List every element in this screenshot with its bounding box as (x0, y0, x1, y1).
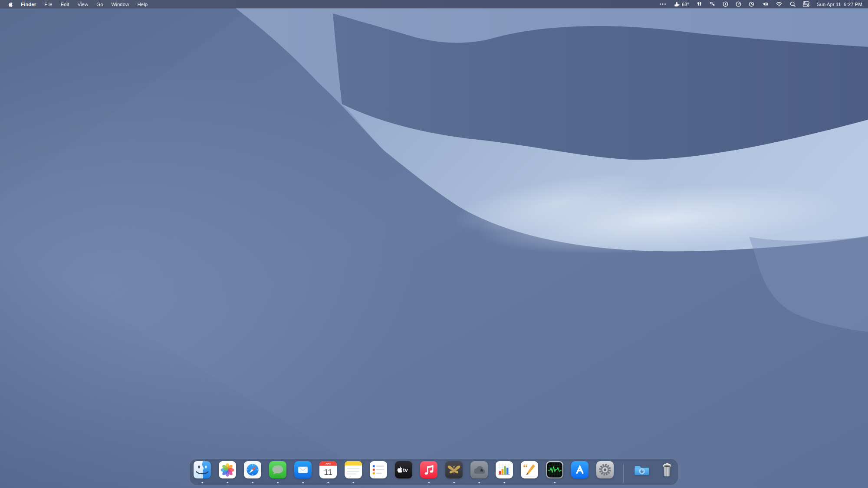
running-indicator (252, 482, 253, 484)
status-airpods[interactable] (697, 1, 702, 7)
dock-item-sysprefs[interactable] (596, 461, 614, 485)
dock-item-cloudstar[interactable] (470, 461, 488, 485)
dock-item-appletv[interactable]: tv (395, 461, 412, 485)
menu-help[interactable]: Help (137, 2, 148, 7)
running-indicator (478, 482, 480, 484)
dock-item-mail[interactable] (294, 461, 312, 485)
status-gauge[interactable] (736, 1, 741, 7)
dock-item-calendar[interactable]: APR11 (319, 461, 337, 485)
dock-item-photos[interactable] (219, 461, 236, 485)
menu-window[interactable]: Window (112, 2, 129, 7)
svg-text:tv: tv (403, 467, 408, 473)
status-spotlight[interactable] (790, 1, 796, 7)
dock-item-music[interactable] (420, 461, 437, 485)
running-indicator (227, 482, 228, 484)
dock-item-messages[interactable] (269, 461, 286, 485)
dock-item-safari[interactable] (244, 461, 261, 485)
dock: APR11tv“ (189, 459, 678, 485)
running-indicator (302, 482, 304, 484)
dock-item-appstore[interactable] (571, 461, 589, 485)
status-volume[interactable] (762, 1, 768, 7)
menu-view[interactable]: View (78, 2, 89, 7)
menu-bar-clock[interactable]: Sun Apr 11 9:27 PM (817, 2, 862, 7)
status-time-machine[interactable] (749, 1, 754, 7)
running-indicator (277, 482, 279, 484)
dock-item-trash[interactable] (658, 461, 676, 485)
status-onepassword[interactable] (723, 1, 728, 7)
dock-item-numbers[interactable] (496, 461, 513, 485)
menu-bar: FinderFileEditViewGoWindowHelp 68° Sun A… (0, 0, 868, 8)
menu-bar-left: FinderFileEditViewGoWindowHelp (0, 1, 148, 7)
dock-item-reminders[interactable] (370, 461, 387, 485)
menu-bar-status: 68° Sun Apr 11 9:27 PM (659, 1, 868, 7)
svg-text:“: “ (523, 462, 528, 473)
status-key-app[interactable] (710, 1, 715, 7)
wallpaper (0, 0, 868, 488)
running-indicator (453, 482, 455, 484)
running-indicator (428, 482, 430, 484)
status-control-center[interactable] (803, 1, 809, 7)
desktop: FinderFileEditViewGoWindowHelp 68° Sun A… (0, 0, 868, 488)
running-indicator (201, 482, 203, 484)
running-indicator (554, 482, 556, 484)
menu-file[interactable]: File (44, 2, 53, 7)
status-weather-label: 68° (682, 2, 689, 7)
status-more[interactable] (659, 1, 666, 7)
dock-item-finder[interactable] (194, 461, 211, 485)
dock-item-pages[interactable]: “ (521, 461, 538, 485)
status-weather[interactable]: 68° (674, 1, 689, 7)
status-wifi[interactable] (776, 1, 783, 7)
dock-item-notes[interactable] (345, 461, 362, 485)
dock-item-downloads[interactable] (633, 461, 651, 485)
menu-edit[interactable]: Edit (61, 2, 69, 7)
menu-finder[interactable]: Finder (21, 2, 36, 7)
dock-separator (623, 464, 624, 483)
svg-text:APR: APR (326, 462, 331, 465)
menu-go[interactable]: Go (96, 2, 103, 7)
svg-text:11: 11 (324, 468, 332, 477)
running-indicator (352, 482, 354, 484)
running-indicator (327, 482, 329, 484)
running-indicator (503, 482, 505, 484)
dock-item-activitymonitor[interactable] (546, 461, 563, 485)
dock-item-butterfly[interactable] (445, 461, 463, 485)
apple-menu-icon[interactable] (7, 1, 13, 7)
